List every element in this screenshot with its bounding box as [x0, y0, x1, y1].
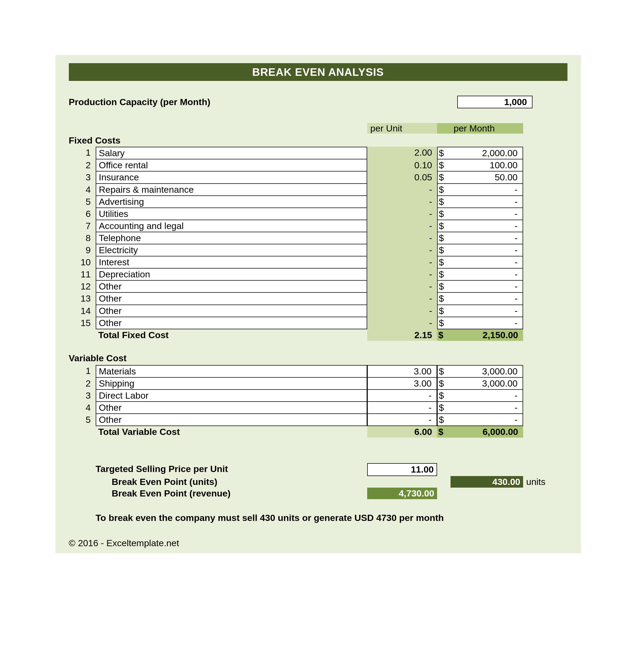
cost-item-label[interactable]: Other: [96, 281, 367, 293]
row-number: 11: [69, 269, 96, 281]
cost-item-label[interactable]: Other: [96, 414, 367, 426]
per-month-value[interactable]: -: [451, 317, 523, 329]
per-unit-value: -: [367, 402, 437, 414]
per-unit-value: -: [367, 317, 437, 329]
cost-item-label[interactable]: Other: [96, 317, 367, 329]
cost-item-label[interactable]: Telephone: [96, 232, 367, 244]
currency-symbol: $: [437, 244, 451, 256]
table-row: 5Other-$-: [69, 414, 568, 426]
title-bar: BREAK EVEN ANALYSIS: [69, 63, 568, 81]
currency-symbol: $: [437, 147, 451, 159]
cost-item-label[interactable]: Materials: [96, 365, 367, 378]
row-number: 10: [69, 256, 96, 269]
cost-item-label[interactable]: Electricity: [96, 244, 367, 256]
table-row: 2Office rental0.10$100.00: [69, 159, 568, 172]
per-month-value[interactable]: -: [451, 196, 523, 208]
per-month-value[interactable]: -: [451, 220, 523, 232]
be-units-suffix: units: [523, 476, 555, 488]
currency-symbol: $: [437, 365, 451, 378]
variable-cost-heading: Variable Cost: [69, 353, 568, 363]
per-month-value[interactable]: -: [451, 402, 523, 414]
table-row: 3Direct Labor-$-: [69, 390, 568, 402]
per-unit-value: -: [367, 232, 437, 244]
cost-item-label[interactable]: Office rental: [96, 159, 367, 172]
per-unit-value: -: [367, 305, 437, 317]
row-number: 2: [69, 159, 96, 172]
per-unit-value: -: [367, 196, 437, 208]
row-number: 15: [69, 317, 96, 329]
table-row: 7Accounting and legal-$-: [69, 220, 568, 232]
currency-symbol: $: [437, 208, 451, 220]
currency-symbol: $: [437, 426, 451, 438]
per-unit-value: -: [367, 281, 437, 293]
row-number: 13: [69, 293, 96, 305]
per-month-value[interactable]: -: [451, 244, 523, 256]
per-month-value[interactable]: -: [451, 256, 523, 269]
cost-item-label[interactable]: Accounting and legal: [96, 220, 367, 232]
cost-item-label[interactable]: Shipping: [96, 378, 367, 390]
cost-item-label[interactable]: Other: [96, 402, 367, 414]
table-row: 12Other-$-: [69, 281, 568, 293]
cost-item-label[interactable]: Repairs & maintenance: [96, 184, 367, 196]
per-month-value[interactable]: 3,000.00: [451, 365, 523, 378]
cost-item-label[interactable]: Other: [96, 305, 367, 317]
variable-cost-table: 1Materials3.00$3,000.002Shipping3.00$3,0…: [69, 365, 568, 426]
production-capacity-value[interactable]: 1,000: [457, 96, 533, 108]
table-row: 11Depreciation-$-: [69, 269, 568, 281]
per-month-value[interactable]: -: [451, 281, 523, 293]
cost-item-label[interactable]: Advertising: [96, 196, 367, 208]
per-month-value[interactable]: 50.00: [451, 172, 523, 183]
currency-symbol: $: [437, 232, 451, 244]
currency-symbol: $: [437, 256, 451, 269]
table-row: 8Telephone-$-: [69, 232, 568, 244]
per-month-value[interactable]: 3,000.00: [451, 378, 523, 390]
currency-symbol: $: [437, 220, 451, 232]
row-number: 3: [69, 172, 96, 183]
per-month-value[interactable]: -: [451, 184, 523, 196]
currency-symbol: $: [437, 281, 451, 293]
be-revenue-label: Break Even Point (revenue): [96, 488, 367, 499]
per-month-value[interactable]: 2,000.00: [451, 147, 523, 159]
currency-symbol: $: [437, 317, 451, 329]
per-month-value[interactable]: 100.00: [451, 159, 523, 172]
be-units-label: Break Even Point (units): [96, 476, 367, 488]
per-month-value[interactable]: -: [451, 269, 523, 281]
per-month-value[interactable]: -: [451, 414, 523, 426]
cost-item-label[interactable]: Direct Labor: [96, 390, 367, 402]
per-unit-value: -: [367, 244, 437, 256]
selling-price-label: Targeted Selling Price per Unit: [96, 463, 367, 476]
currency-symbol: $: [437, 269, 451, 281]
per-month-value[interactable]: -: [451, 232, 523, 244]
per-unit-value: -: [367, 293, 437, 305]
per-month-value[interactable]: -: [451, 293, 523, 305]
cost-item-label[interactable]: Interest: [96, 256, 367, 269]
total-variable-month: 6,000.00: [451, 426, 523, 438]
row-number: 9: [69, 244, 96, 256]
table-row: 9Electricity-$-: [69, 244, 568, 256]
cost-item-label[interactable]: Insurance: [96, 172, 367, 183]
row-number: 5: [69, 196, 96, 208]
row-number: 1: [69, 147, 96, 159]
total-fixed-unit: 2.15: [367, 329, 437, 341]
cost-item-label[interactable]: Depreciation: [96, 269, 367, 281]
row-number: 7: [69, 220, 96, 232]
per-month-value[interactable]: -: [451, 390, 523, 402]
per-unit-value: 2.00: [367, 147, 437, 159]
table-row: 13Other-$-: [69, 293, 568, 305]
total-variable-label: Total Variable Cost: [96, 426, 367, 438]
cost-item-label[interactable]: Salary: [96, 147, 367, 159]
table-row: 2Shipping3.00$3,000.00: [69, 378, 568, 390]
be-revenue-value: 4,730.00: [367, 488, 437, 499]
selling-price-value[interactable]: 11.00: [367, 463, 437, 476]
fixed-costs-table: 1Salary2.00$2,000.002Office rental0.10$1…: [69, 147, 568, 329]
col-per-unit: per Unit: [367, 123, 437, 134]
currency-symbol: $: [437, 414, 451, 426]
per-unit-value: 0.10: [367, 159, 437, 172]
per-month-value[interactable]: -: [451, 208, 523, 220]
cost-item-label[interactable]: Other: [96, 293, 367, 305]
row-number: 14: [69, 305, 96, 317]
cost-item-label[interactable]: Utilities: [96, 208, 367, 220]
per-month-value[interactable]: -: [451, 305, 523, 317]
be-units-value: 430.00: [451, 476, 523, 488]
currency-symbol: $: [437, 159, 451, 172]
